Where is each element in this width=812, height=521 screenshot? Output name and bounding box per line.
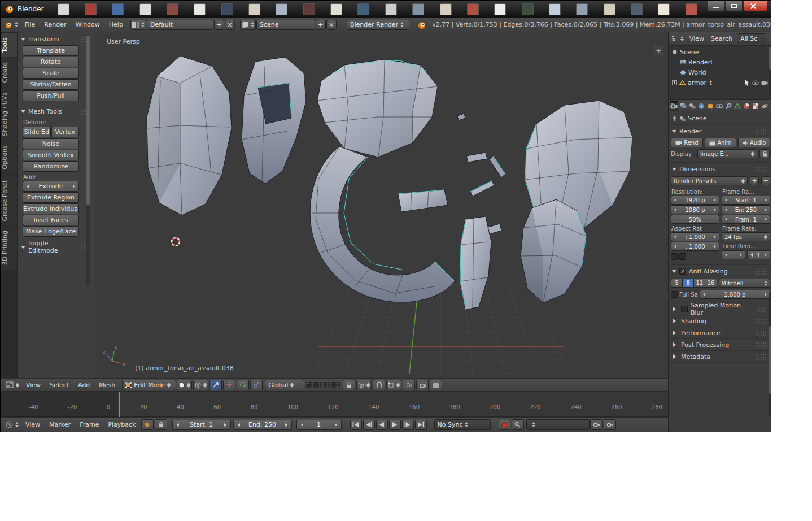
manipulator-rotate-icon[interactable] <box>237 380 249 390</box>
add-layout-button[interactable]: + <box>214 20 224 30</box>
maximize-button[interactable] <box>726 1 743 11</box>
time-remap-old-field[interactable] <box>722 250 745 259</box>
start-frame-field[interactable]: Start: 1 <box>172 420 231 430</box>
resolution-x-field[interactable]: 1920 p <box>671 196 719 205</box>
taskbar-thumbnail[interactable] <box>467 3 479 15</box>
menu-render[interactable]: Render <box>40 18 71 32</box>
menu-add[interactable]: Add <box>73 379 94 392</box>
menu-view[interactable]: View <box>686 32 708 46</box>
panel-grip-icon[interactable] <box>756 166 766 172</box>
end-frame-field[interactable]: End: 250 <box>233 420 292 430</box>
cursor-select-icon[interactable] <box>745 80 750 86</box>
delete-keyframe-icon[interactable] <box>604 419 616 430</box>
lock-to-scene-icon[interactable] <box>343 380 355 390</box>
tab-modifiers[interactable] <box>724 101 732 111</box>
aa-filter-dropdown[interactable]: Mitchell- <box>719 279 771 288</box>
outliner-item-scene[interactable]: Scene <box>672 47 771 57</box>
minimize-button[interactable] <box>708 1 724 11</box>
scene-dropdown[interactable]: Scene <box>256 20 315 30</box>
outliner-filter-dropdown[interactable]: All Sc <box>737 33 766 44</box>
lock-time-cursor-icon[interactable] <box>155 419 167 430</box>
tab-tools[interactable]: Tools <box>1 33 17 57</box>
tab-create[interactable]: Create <box>1 58 17 88</box>
taskbar-thumbnail[interactable] <box>330 3 342 15</box>
tab-options[interactable]: Options <box>1 141 17 173</box>
taskbar-thumbnail[interactable] <box>194 3 206 15</box>
panel-header-dimensions[interactable]: Dimensions <box>671 163 770 175</box>
crop-checkbox[interactable] <box>679 253 686 260</box>
taskbar-thumbnail[interactable] <box>658 3 670 15</box>
menu-file[interactable]: File <box>20 18 40 32</box>
tab-grease-pencil[interactable]: Grease Pencil <box>1 175 17 225</box>
pivot-point-dropdown[interactable] <box>193 380 208 390</box>
menu-mesh[interactable]: Mesh <box>94 379 120 392</box>
taskbar-thumbnail[interactable] <box>604 3 615 15</box>
taskbar-thumbnail[interactable] <box>440 3 452 15</box>
menu-marker[interactable]: Marker <box>45 418 75 432</box>
panel-header-metadata[interactable]: Metadata <box>671 351 770 362</box>
slide-edge-button[interactable]: Slide Ed <box>23 127 51 137</box>
tab-constraints[interactable] <box>715 101 723 111</box>
render-anim-button[interactable]: Anim <box>705 138 737 147</box>
taskbar-thumbnail[interactable] <box>686 3 697 15</box>
scene-browse-icon[interactable] <box>240 20 256 30</box>
render-engine-dropdown[interactable]: Blender Render <box>347 20 409 30</box>
tab-scene[interactable] <box>688 101 696 111</box>
tab-shading-uvs[interactable]: Shading / UVs <box>1 88 17 141</box>
filter-size-field[interactable]: 1.000 p <box>700 290 770 299</box>
add-scene-button[interactable]: + <box>316 20 326 30</box>
resolution-y-field[interactable]: 1080 p <box>671 205 719 214</box>
frame-end-field[interactable]: En: 250 <box>722 205 770 214</box>
tab-texture[interactable] <box>751 101 759 111</box>
tab-3d-printing[interactable]: 3D Printing <box>1 226 17 270</box>
panel-grip-icon[interactable] <box>756 268 766 275</box>
panel-header-mesh-tools[interactable]: Mesh Tools <box>20 106 95 117</box>
prev-keyframe-button[interactable] <box>363 420 375 430</box>
aspect-x-field[interactable]: : 1.000 <box>671 232 719 241</box>
keying-set-icon[interactable] <box>512 419 524 430</box>
insert-keyframe-icon[interactable] <box>590 419 603 430</box>
menu-frame[interactable]: Frame <box>75 418 103 432</box>
taskbar-thumbnail[interactable] <box>85 3 97 15</box>
taskbar-thumbnail[interactable] <box>167 3 178 15</box>
extrude-individual-button[interactable]: Extrude Individual <box>23 203 79 214</box>
outliner-item-renderlayers[interactable]: RenderL <box>672 57 771 67</box>
taskbar-thumbnail[interactable] <box>139 3 151 15</box>
snap-peel-object-icon[interactable] <box>403 380 415 390</box>
menu-search[interactable]: Search <box>708 32 736 46</box>
use-preview-range-icon[interactable] <box>141 419 154 430</box>
opengl-render-image-icon[interactable] <box>416 380 429 390</box>
visibility-eye-icon[interactable] <box>752 80 759 85</box>
randomize-button[interactable]: Randomize <box>23 161 79 172</box>
shrink-fatten-button[interactable]: Shrink/Fatten <box>23 79 79 90</box>
add-preset-button[interactable]: + <box>750 176 759 185</box>
translate-button[interactable]: Translate <box>23 45 79 56</box>
taskbar-thumbnail[interactable] <box>248 3 260 15</box>
viewport-shading-dropdown[interactable] <box>177 380 192 390</box>
current-frame-field[interactable]: 1 <box>296 420 342 430</box>
panel-grip-icon[interactable] <box>756 128 766 134</box>
extrude-enum[interactable]: Extrude <box>23 181 79 192</box>
extrude-region-button[interactable]: Extrude Region <box>23 192 79 203</box>
play-reverse-button[interactable] <box>376 420 388 430</box>
taskbar-thumbnail[interactable] <box>221 3 233 15</box>
sync-mode-dropdown[interactable]: No Sync <box>434 419 491 430</box>
menu-window[interactable]: Window <box>71 18 104 32</box>
panel-grip-icon[interactable] <box>756 306 766 312</box>
toolshelf-scrollbar[interactable] <box>86 36 90 286</box>
taskbar-thumbnail[interactable] <box>412 3 424 15</box>
taskbar-thumbnail[interactable] <box>494 3 506 15</box>
layers-widget[interactable] <box>306 382 340 388</box>
aa-samples-8[interactable]: 8 <box>683 279 694 288</box>
slide-vertex-button[interactable]: Vertex <box>51 127 80 137</box>
smooth-vertex-button[interactable]: Smooth Vertex <box>23 150 79 160</box>
taskbar-thumbnail[interactable] <box>522 3 534 15</box>
tab-object-data[interactable] <box>733 101 741 111</box>
outliner-item-world[interactable]: World <box>672 67 771 77</box>
jump-to-end-button[interactable] <box>415 420 427 430</box>
aa-samples-11[interactable]: 11 <box>694 279 705 288</box>
taskbar-thumbnail[interactable] <box>357 3 369 15</box>
outliner-item-armor[interactable]: armor_t <box>672 77 771 88</box>
expand-properties-region-icon[interactable]: + <box>654 46 663 55</box>
panel-header-render[interactable]: Render <box>671 125 770 137</box>
